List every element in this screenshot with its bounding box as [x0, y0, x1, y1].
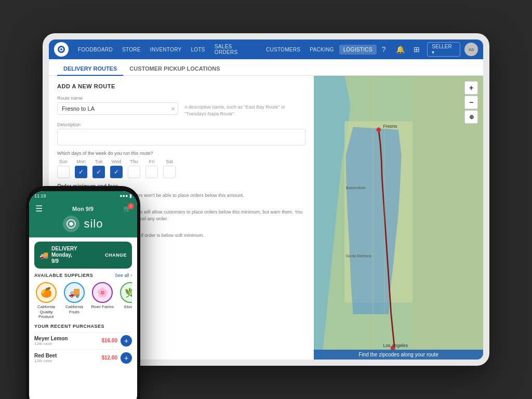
day-sat-label: Sat: [166, 159, 173, 164]
nav-right-area: ? 🔔 ⊞ SELLER ▾ aa: [378, 42, 478, 57]
delivery-text-block: DELIVERY Monday, 9/9: [51, 246, 77, 264]
delivery-date: 9/9: [51, 258, 77, 264]
form-section-title: ADD A NEW ROUTE: [57, 83, 305, 89]
supplier-name-river-farms: River Farms: [91, 304, 114, 310]
purchase-size-meyer: 12lb case: [34, 341, 68, 346]
tab-customer-pickup[interactable]: CUSTOMER PICKUP LOCATIONS: [123, 62, 226, 76]
supplier-logo-eliza: 🌿: [120, 282, 132, 303]
phone-signal: ●●● ▮: [119, 193, 132, 198]
day-sun-label: Sun: [59, 159, 68, 164]
see-all-button[interactable]: See all ›: [115, 273, 132, 278]
phone-logo-text: silo: [84, 217, 103, 231]
user-avatar[interactable]: aa: [464, 43, 478, 56]
nav-customers[interactable]: CUSTOMERS: [262, 45, 304, 55]
route-name-label: Route name: [57, 96, 178, 101]
map-controls: + − ⊕: [464, 81, 478, 124]
route-name-group: Route name ✕: [57, 96, 178, 117]
route-name-input-wrapper: ✕: [57, 102, 178, 115]
day-fri: Fri: [145, 159, 158, 178]
supplier-logo-california-fruits: 🚚: [64, 282, 85, 303]
day-mon: Mon: [75, 159, 87, 178]
delivery-banner: 🚚 DELIVERY Monday, 9/9 CHANGE: [34, 242, 132, 269]
purchase-info-meyer: Meyer Lemon 12lb case: [34, 336, 68, 346]
clear-icon[interactable]: ✕: [171, 106, 175, 112]
day-fri-checkbox[interactable]: [145, 166, 158, 178]
zoom-out-button[interactable]: −: [464, 96, 478, 109]
day-mon-label: Mon: [76, 159, 86, 164]
delivery-info: 🚚 DELIVERY Monday, 9/9: [39, 246, 77, 264]
supplier-california-fruits[interactable]: 🚚 California Fruits: [62, 282, 86, 320]
hamburger-icon[interactable]: ☰: [35, 204, 43, 214]
phone-status-bar: 11:19 ●●● ▮: [29, 191, 137, 201]
description-group: Description: [57, 122, 305, 145]
route-name-row: Route name ✕ A descriptive name, such as…: [57, 96, 305, 117]
svg-point-5: [376, 127, 381, 132]
purchase-price-beet: $12.00: [101, 355, 117, 361]
app-logo: [54, 42, 69, 57]
supplier-eliza[interactable]: 🌿 Eliza...: [118, 282, 132, 320]
supplier-river-farms[interactable]: 🌸 River Farms: [90, 282, 114, 320]
description-input[interactable]: [57, 129, 305, 145]
tab-delivery-routes[interactable]: DELIVERY ROUTES: [57, 62, 123, 76]
phone-logo-circle: [63, 216, 79, 232]
purchase-right-beet: $12.00 +: [101, 352, 132, 364]
svg-point-2: [60, 48, 62, 50]
delivery-day: Monday,: [51, 252, 77, 258]
top-navigation: FOODBOARD STORE INVENTORY LOTS SALES ORD…: [49, 39, 483, 59]
day-sat-checkbox[interactable]: [163, 166, 176, 178]
tabs-bar: DELIVERY ROUTES CUSTOMER PICKUP LOCATION…: [49, 59, 483, 76]
description-label: Description: [57, 122, 305, 127]
purchase-name-meyer: Meyer Lemon: [34, 336, 68, 341]
supplier-logo-california-quality: 🍊: [36, 282, 57, 303]
svg-point-14: [70, 222, 73, 225]
nav-logistics[interactable]: LOGISTICS: [339, 45, 377, 55]
day-mon-checkbox[interactable]: [75, 166, 87, 178]
notification-icon[interactable]: 🔔: [394, 43, 407, 56]
days-section: Which days of the week do you run this r…: [57, 151, 305, 178]
cart-icon[interactable]: 🛒 2: [123, 205, 131, 212]
nav-sales-orders[interactable]: SALES ORDERS: [210, 42, 261, 57]
nav-foodboard[interactable]: FOODBOARD: [74, 45, 117, 55]
map-footer: Find the zipcodes along your route: [314, 350, 483, 360]
suppliers-title: AVAILABLE SUPPLIERS: [34, 273, 93, 278]
day-wed-checkbox[interactable]: [110, 166, 123, 178]
day-sun-checkbox[interactable]: [57, 166, 70, 178]
map-svg: Fresno Los Angeles Bakersfield Santa Bar…: [314, 76, 483, 360]
supplier-california-quality[interactable]: 🍊 California Quality Produce: [34, 282, 58, 320]
phone-header: ☰ Mon 9/9 🛒 2 silo: [29, 201, 137, 237]
nav-store[interactable]: STORE: [118, 45, 145, 55]
purchase-info-beet: Red Beet 12lb case: [34, 353, 57, 363]
days-question: Which days of the week do you run this r…: [57, 151, 305, 156]
day-sun: Sun: [57, 159, 70, 178]
day-tue-label: Tue: [95, 159, 102, 164]
purchase-red-beet: Red Beet 12lb case $12.00 +: [34, 349, 132, 366]
day-thu: Thu: [128, 159, 140, 178]
phone-time: 11:19: [34, 193, 46, 198]
svg-text:Santa Barbara: Santa Barbara: [345, 254, 371, 258]
day-tue: Tue: [92, 159, 105, 178]
locate-button[interactable]: ⊕: [464, 110, 478, 124]
add-meyer-lemon-button[interactable]: +: [121, 335, 132, 347]
help-icon[interactable]: ?: [378, 43, 390, 56]
suppliers-row: 🍊 California Quality Produce 🚚 Californi…: [34, 282, 132, 320]
seller-dropdown[interactable]: SELLER ▾: [427, 42, 460, 57]
map-panel: Fresno Los Angeles Bakersfield Santa Bar…: [314, 76, 483, 360]
nav-packing[interactable]: PACKING: [305, 45, 338, 55]
route-name-input[interactable]: [57, 102, 178, 115]
recent-purchases-title: YOUR RECENT PURCHASES: [34, 324, 132, 329]
phone-date: Mon 9/9: [72, 206, 94, 212]
day-fri-label: Fri: [149, 159, 155, 164]
svg-text:Bakersfield: Bakersfield: [345, 185, 365, 190]
suppliers-header: AVAILABLE SUPPLIERS See all ›: [34, 273, 132, 278]
zoom-in-button[interactable]: +: [464, 81, 478, 95]
day-tue-checkbox[interactable]: [92, 166, 105, 178]
supplier-logo-river-farms: 🌸: [92, 282, 113, 303]
nav-lots[interactable]: LOTS: [187, 45, 209, 55]
purchase-right-meyer: $16.00 +: [101, 335, 132, 347]
change-delivery-button[interactable]: CHANGE: [105, 252, 127, 258]
add-red-beet-button[interactable]: +: [121, 352, 132, 364]
day-thu-checkbox[interactable]: [128, 166, 140, 178]
grid-icon[interactable]: ⊞: [410, 43, 423, 56]
purchase-meyer-lemon: Meyer Lemon 12lb case $16.00 +: [34, 332, 132, 349]
nav-inventory[interactable]: INVENTORY: [146, 45, 186, 55]
